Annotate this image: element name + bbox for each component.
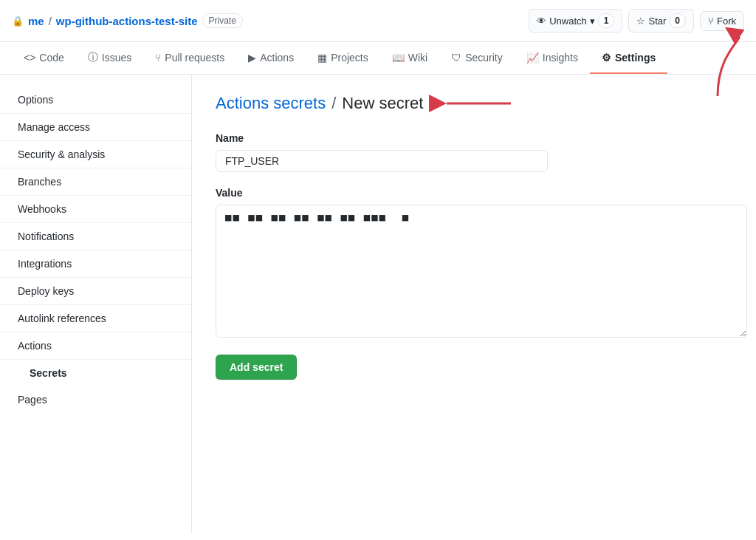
tab-security-label: Security <box>465 52 503 64</box>
main-content: Options Manage access Security & analysi… <box>0 75 756 533</box>
tab-wiki[interactable]: 📖 Wiki <box>380 43 439 74</box>
value-label: Value <box>216 187 747 199</box>
name-input[interactable] <box>216 150 548 172</box>
top-bar: 🔒 me / wp-github-actions-test-site Priva… <box>0 0 756 42</box>
value-input[interactable]: ■■ ■■ ■■ ■■ ■■ ■■ ■■■ ■ <box>216 205 747 338</box>
tab-wiki-label: Wiki <box>408 52 427 64</box>
tab-code-label: Code <box>39 52 63 64</box>
tab-settings[interactable]: ⚙ Settings <box>590 43 667 74</box>
tab-projects-label: Projects <box>331 52 368 64</box>
add-secret-button[interactable]: Add secret <box>216 355 297 380</box>
sidebar-item-secrets[interactable]: Secrets <box>0 360 191 386</box>
settings-icon: ⚙ <box>602 52 611 64</box>
tab-settings-label: Settings <box>615 52 656 64</box>
tab-projects[interactable]: ▦ Projects <box>306 43 380 74</box>
fork-button[interactable]: ⑂ Fork <box>700 11 744 31</box>
heading-separator: / <box>331 94 336 113</box>
breadcrumb-link[interactable]: Actions secrets <box>216 94 326 113</box>
tab-issues-label: Issues <box>102 52 131 64</box>
nav-tabs: <> Code ⓘ Issues ⑂ Pull requests ▶ Actio… <box>0 42 756 75</box>
private-badge: Private <box>202 13 243 28</box>
tab-pr-label: Pull requests <box>165 52 224 64</box>
wiki-icon: 📖 <box>392 52 405 64</box>
sidebar-item-deploy-keys[interactable]: Deploy keys <box>0 278 191 305</box>
settings-arrow <box>673 33 756 100</box>
heading-row: Actions secrets / New secret <box>216 92 747 115</box>
top-actions: 👁 Unwatch ▾ 1 ☆ Star 0 ⑂ Fork <box>529 9 744 33</box>
watch-button[interactable]: 👁 Unwatch ▾ 1 <box>529 9 622 33</box>
repo-title: 🔒 me / wp-github-actions-test-site Priva… <box>12 13 243 28</box>
tab-security[interactable]: 🛡 Security <box>439 43 515 74</box>
sidebar-item-integrations[interactable]: Integrations <box>0 250 191 278</box>
fork-icon: ⑂ <box>708 16 714 27</box>
sidebar-item-autolink-references[interactable]: Autolink references <box>0 305 191 332</box>
pr-icon: ⑂ <box>155 52 161 64</box>
name-field-group: Name <box>216 132 747 172</box>
sidebar-arrow <box>0 364 3 382</box>
fork-label: Fork <box>717 16 736 27</box>
lock-icon: 🔒 <box>12 16 24 27</box>
security-icon: 🛡 <box>451 52 461 64</box>
page-title: New secret <box>342 94 423 113</box>
sidebar-item-notifications[interactable]: Notifications <box>0 223 191 250</box>
sidebar-item-pages[interactable]: Pages <box>0 386 191 413</box>
value-field-group: Value ■■ ■■ ■■ ■■ ■■ ■■ ■■■ ■ <box>216 187 747 340</box>
repo-name[interactable]: wp-github-actions-test-site <box>56 15 198 27</box>
sidebar: Options Manage access Security & analysi… <box>0 75 192 533</box>
watch-label: Unwatch <box>549 16 587 27</box>
sidebar-item-branches[interactable]: Branches <box>0 168 191 196</box>
sidebar-secrets-row: Secrets <box>0 360 191 386</box>
issues-icon: ⓘ <box>88 51 98 64</box>
tab-pull-requests[interactable]: ⑂ Pull requests <box>143 43 236 74</box>
sidebar-item-webhooks[interactable]: Webhooks <box>0 196 191 223</box>
name-label: Name <box>216 132 747 144</box>
tab-issues[interactable]: ⓘ Issues <box>76 42 143 75</box>
eye-icon: 👁 <box>537 16 546 27</box>
code-icon: <> <box>24 52 35 64</box>
actions-icon: ▶ <box>248 52 256 64</box>
sidebar-item-manage-access[interactable]: Manage access <box>0 114 191 141</box>
chevron-icon: ▾ <box>590 16 595 27</box>
sidebar-item-security-analysis[interactable]: Security & analysis <box>0 141 191 168</box>
star-count: 0 <box>669 13 686 28</box>
tab-insights[interactable]: 📈 Insights <box>515 43 590 74</box>
repo-separator: / <box>49 15 52 27</box>
submit-row: Add secret <box>216 355 747 380</box>
tab-insights-label: Insights <box>543 52 578 64</box>
tab-actions[interactable]: ▶ Actions <box>236 43 306 74</box>
watch-count: 1 <box>598 13 615 28</box>
star-label: Star <box>648 16 666 27</box>
content-area: Actions secrets / New secret <box>192 75 756 533</box>
sidebar-item-options[interactable]: Options <box>0 86 191 114</box>
projects-icon: ▦ <box>317 52 327 64</box>
star-icon: ☆ <box>636 16 645 27</box>
tab-actions-label: Actions <box>260 52 294 64</box>
sidebar-item-actions[interactable]: Actions <box>0 332 191 360</box>
star-button[interactable]: ☆ Star 0 <box>628 9 694 33</box>
insights-icon: 📈 <box>526 52 539 64</box>
heading-arrow <box>441 92 515 115</box>
tab-code[interactable]: <> Code <box>12 43 76 74</box>
repo-owner[interactable]: me <box>28 15 44 27</box>
